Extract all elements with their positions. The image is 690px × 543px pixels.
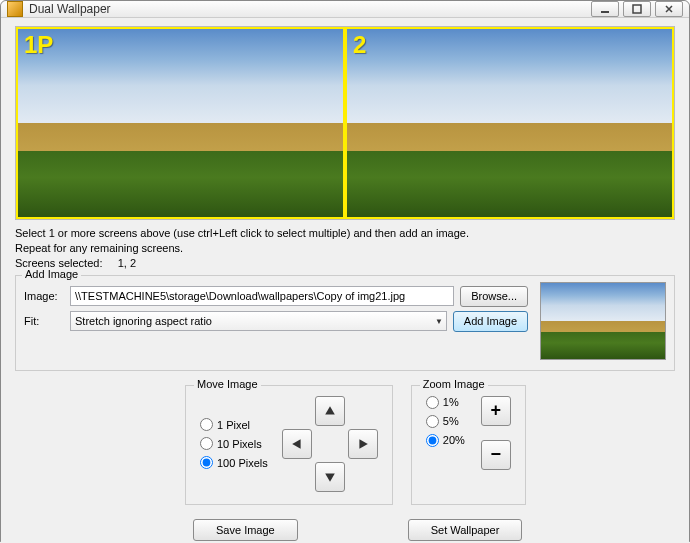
move-image-group: Move Image 1 Pixel 10 Pixels 100 Pixels	[185, 385, 393, 505]
group-title: Zoom Image	[420, 378, 488, 390]
radio-label: 1 Pixel	[217, 419, 250, 431]
move-radio-10px[interactable]: 10 Pixels	[200, 437, 268, 450]
browse-button[interactable]: Browse...	[460, 286, 528, 307]
wallpaper-thumb	[18, 29, 343, 217]
move-down-button[interactable]	[315, 462, 345, 492]
wallpaper-thumb	[347, 29, 672, 217]
move-right-button[interactable]	[348, 429, 378, 459]
radio-label: 10 Pixels	[217, 438, 262, 450]
screen-1[interactable]: 1P	[16, 27, 345, 219]
screen-2[interactable]: 2	[345, 27, 674, 219]
save-image-button[interactable]: Save Image	[193, 519, 298, 541]
bottom-buttons: Save Image Set Wallpaper	[193, 519, 675, 541]
move-left-button[interactable]	[282, 429, 312, 459]
zoom-image-group: Zoom Image 1% 5% 20% + −	[411, 385, 526, 505]
instruction-line: Repeat for any remaining screens.	[15, 241, 675, 256]
image-path-input[interactable]	[70, 286, 454, 306]
instruction-line: Select 1 or more screens above (use ctrl…	[15, 226, 675, 241]
group-title: Move Image	[194, 378, 261, 390]
zoom-in-button[interactable]: +	[481, 396, 511, 426]
app-window: Dual Wallpaper 1P 2 Select 1 or more	[0, 0, 690, 543]
radio-input[interactable]	[426, 415, 439, 428]
preview-thumb	[541, 283, 665, 359]
image-preview	[540, 282, 666, 360]
radio-input[interactable]	[200, 437, 213, 450]
zoom-out-button[interactable]: −	[481, 440, 511, 470]
group-title: Add Image	[22, 268, 81, 280]
fit-select[interactable]: Stretch ignoring aspect ratio	[70, 311, 447, 331]
close-button[interactable]	[655, 1, 683, 17]
radio-input[interactable]	[200, 456, 213, 469]
radio-label: 20%	[443, 434, 465, 446]
svg-rect-0	[601, 11, 609, 13]
window-controls	[591, 1, 683, 17]
move-dpad	[282, 396, 378, 492]
image-path-label: Image:	[24, 290, 64, 302]
zoom-radio-1[interactable]: 1%	[426, 396, 465, 409]
add-image-group: Add Image Image: Browse... Fit: Stretch …	[15, 275, 675, 371]
screen-label: 2	[353, 31, 366, 59]
screens-preview[interactable]: 1P 2	[15, 26, 675, 220]
minimize-button[interactable]	[591, 1, 619, 17]
move-radio-100px[interactable]: 100 Pixels	[200, 456, 268, 469]
zoom-radio-20[interactable]: 20%	[426, 434, 465, 447]
move-radio-1px[interactable]: 1 Pixel	[200, 418, 268, 431]
client-area: 1P 2 Select 1 or more screens above (use…	[1, 18, 689, 543]
move-up-button[interactable]	[315, 396, 345, 426]
radio-input[interactable]	[426, 396, 439, 409]
move-step-radios: 1 Pixel 10 Pixels 100 Pixels	[200, 418, 268, 469]
zoom-step-radios: 1% 5% 20%	[426, 396, 465, 470]
zoom-radio-5[interactable]: 5%	[426, 415, 465, 428]
screen-label: 1P	[24, 31, 53, 59]
radio-input[interactable]	[200, 418, 213, 431]
app-icon	[7, 1, 23, 17]
radio-label: 1%	[443, 396, 459, 408]
screens-selected-line: Screens selected: 1, 2	[15, 256, 675, 271]
set-wallpaper-button[interactable]: Set Wallpaper	[408, 519, 523, 541]
maximize-button[interactable]	[623, 1, 651, 17]
instructions-text: Select 1 or more screens above (use ctrl…	[15, 226, 675, 271]
titlebar: Dual Wallpaper	[1, 1, 689, 18]
selected-value: 1, 2	[118, 257, 136, 269]
svg-rect-1	[633, 5, 641, 13]
radio-input[interactable]	[426, 434, 439, 447]
radio-label: 5%	[443, 415, 459, 427]
fit-label: Fit:	[24, 315, 64, 327]
add-image-button[interactable]: Add Image	[453, 311, 528, 332]
controls-row: Move Image 1 Pixel 10 Pixels 100 Pixels	[185, 385, 675, 505]
radio-label: 100 Pixels	[217, 457, 268, 469]
window-title: Dual Wallpaper	[29, 2, 591, 16]
